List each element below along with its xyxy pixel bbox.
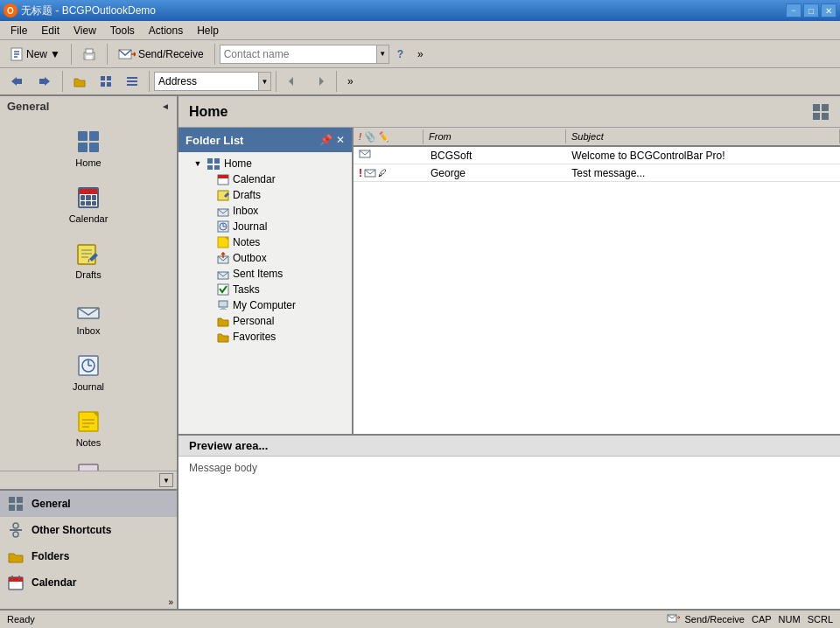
menu-edit[interactable]: Edit [34,23,66,38]
back-button[interactable] [4,70,30,93]
contact-search-input[interactable] [220,45,377,64]
table-row[interactable]: BCGSoft Welcome to BCGControlBar Pro! [354,147,840,164]
menu-tools[interactable]: Tools [103,23,142,38]
content-view-icon[interactable] [812,103,830,121]
toolbar2: ▼ » [0,68,840,96]
sidebar-item-calendar[interactable]: Calendar [0,176,177,232]
close-button[interactable]: ✕ [821,3,836,17]
folder-expand-home[interactable]: ▼ [192,159,203,168]
sidebar-nav-other-shortcuts[interactable]: Other Shortcuts [0,517,177,543]
email-row-2-icons: ! 🖊 [355,167,425,179]
folder-item-outbox[interactable]: Outbox [178,250,352,266]
sidebar-more-button[interactable]: ▼ [159,473,173,487]
new-dropdown-arrow[interactable]: ▼ [50,48,60,60]
svg-rect-69 [219,301,228,307]
minimize-button[interactable]: － [786,3,802,17]
folder-list-close-button[interactable]: ✕ [336,134,345,146]
folder-list-pin-button[interactable]: 📌 [319,134,332,146]
svg-rect-38 [17,497,23,503]
menu-file[interactable]: File [4,23,34,38]
send-receive-button[interactable]: Send/Receive [112,43,210,66]
svg-rect-55 [214,165,220,170]
content-area: Home Folder List 📌 [178,96,840,609]
calendar-folder-icon [217,173,229,185]
title-bar-controls[interactable]: － □ ✕ [786,3,836,17]
folder-item-home[interactable]: ▼ Home [178,156,352,171]
sidebar-nav-calendar-label: Calendar [32,576,76,589]
svg-rect-49 [822,104,829,111]
sidebar-home-label: Home [75,157,101,168]
address-input[interactable] [154,72,259,91]
folder-item-journal[interactable]: Journal [178,219,352,234]
outbox-folder-icon [217,252,229,264]
back-icon [10,75,24,87]
menu-actions[interactable]: Actions [142,23,190,38]
svg-rect-54 [207,165,213,170]
home-grid-icon [78,131,99,152]
folder-item-my-computer[interactable]: My Computer [178,297,352,313]
sidebar-item-inbox[interactable]: Inbox [0,288,177,344]
email-col-subject-header[interactable]: Subject [566,129,840,143]
contact-search-arrow[interactable]: ▼ [377,45,389,64]
new-button[interactable]: New ▼ [4,43,66,66]
sidebar-item-notes[interactable]: Notes [0,400,177,456]
folder-label-drafts: Drafts [233,189,261,201]
email-row-2-subject: Test message... [566,167,838,179]
sidebar-item-journal[interactable]: Journal [0,344,177,400]
sidebar-item-home[interactable]: Home [0,120,177,176]
toolbar2-nav-fwd[interactable] [307,70,332,93]
folder-label-home: Home [224,157,252,170]
email-row-2-from: George [425,167,566,179]
svg-rect-50 [813,113,820,120]
svg-rect-53 [214,158,220,164]
toolbar2-btn2[interactable] [94,70,118,93]
folder-item-calendar[interactable]: Calendar [178,171,352,187]
folder-label-outbox: Outbox [233,252,267,264]
folder-item-sent-items[interactable]: Sent Items [178,266,352,282]
preview-header: Preview area... [178,436,840,457]
folder-item-personal[interactable]: Personal [178,313,352,329]
folder-item-tasks[interactable]: Tasks [178,282,352,297]
folder-item-inbox[interactable]: Inbox [178,203,352,219]
sidebar-item-drafts[interactable]: Drafts [0,232,177,288]
general-nav-icon [7,495,24,513]
email-col-icons: ! 📎 ✏️ [354,129,424,144]
address-dropdown-arrow[interactable]: ▼ [259,72,271,91]
folder-item-favorites[interactable]: Favorites [178,329,352,345]
folder-icon [74,75,86,87]
sidebar-nav-general[interactable]: General [0,491,177,517]
sidebar-nav-folders[interactable]: Folders [0,543,177,569]
maximize-button[interactable]: □ [803,3,819,17]
toolbar2-nav-back[interactable] [281,70,305,93]
cal-nav-icon [8,575,24,590]
general-icon [8,496,24,512]
svg-point-42 [13,523,18,528]
status-cap: CAP [752,614,772,625]
toolbar2-more[interactable]: » [341,70,360,93]
content-header-icons [812,103,830,121]
help-button[interactable]: ? [391,43,410,66]
forward-button[interactable] [32,70,58,93]
menu-help[interactable]: Help [190,23,226,38]
sidebar-drafts-label: Drafts [75,269,101,280]
folder-item-drafts[interactable]: Drafts [178,187,352,203]
email-col-from-header[interactable]: From [424,129,566,143]
svg-rect-36 [79,464,98,471]
sidebar-nav-calendar[interactable]: Calendar [0,569,177,596]
menu-view[interactable]: View [66,23,103,38]
sidebar-header: General ◄ [0,96,177,116]
toolbar1-more-button[interactable]: » [411,43,430,66]
preview-title: Preview area... [189,439,268,452]
nav-fwd-icon [313,75,326,87]
sidebar-collapse-button[interactable]: ◄ [161,101,170,111]
toolbar2-btn1[interactable] [67,70,92,93]
sidebar-item-more-icon[interactable] [0,456,177,471]
forward-icon [38,75,52,87]
svg-rect-71 [220,309,227,310]
folder-item-notes[interactable]: Notes [178,234,352,250]
print-button[interactable] [76,43,102,66]
toolbar2-btn3[interactable] [120,70,144,93]
folders-nav-icon [7,548,24,565]
table-row[interactable]: ! 🖊 George Test message... [354,164,840,182]
sidebar-expand-button[interactable]: » [0,596,177,609]
